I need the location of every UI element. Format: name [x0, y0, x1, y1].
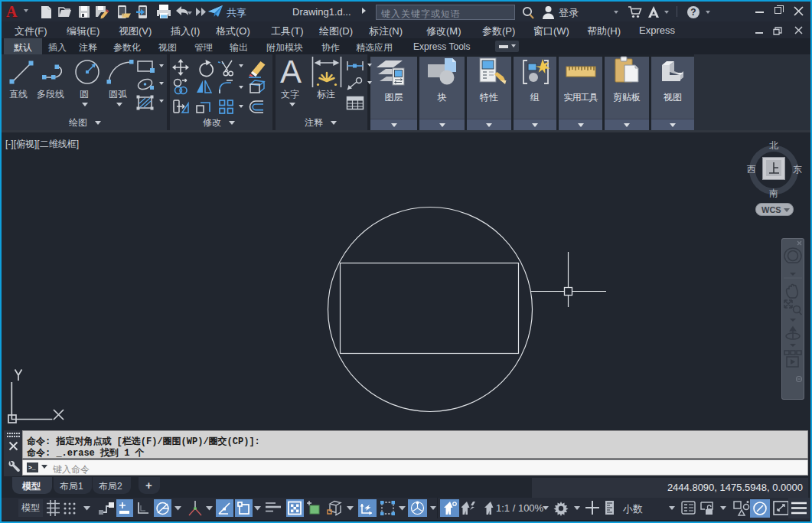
svg-text:?: ? — [690, 7, 696, 18]
